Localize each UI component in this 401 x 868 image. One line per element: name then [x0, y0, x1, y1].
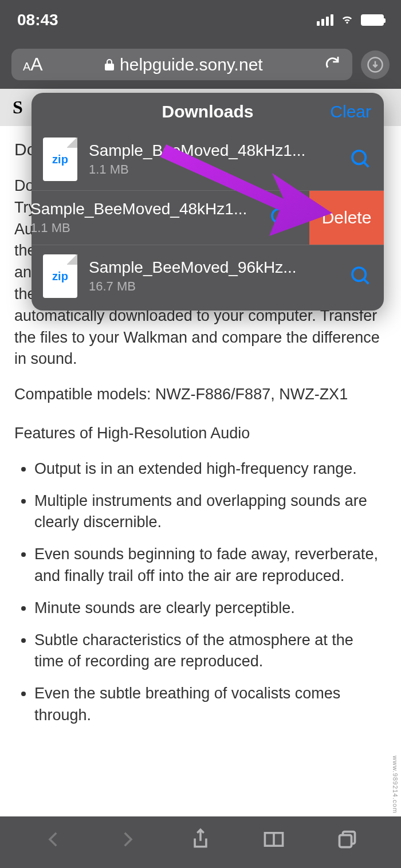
compatible-models: Compatible models: NWZ-F886/F887, NWZ-ZX… — [14, 384, 387, 406]
browser-toolbar — [0, 816, 401, 868]
wifi-icon — [339, 10, 355, 30]
status-icons — [317, 10, 384, 30]
reveal-in-files-button[interactable] — [269, 206, 292, 229]
lock-icon — [104, 58, 115, 72]
download-filesize: 1.1 MB — [89, 162, 338, 177]
list-item: Even sounds beginning to fade away, reve… — [34, 544, 387, 587]
downloads-button[interactable] — [361, 50, 390, 79]
zip-file-icon: zip — [43, 254, 77, 298]
forward-button[interactable] — [115, 827, 140, 852]
list-item: Subtle characteristics of the atmosphere… — [34, 630, 387, 673]
download-row[interactable]: zip Sample_BeeMoved_96kHz... 16.7 MB — [32, 245, 384, 311]
reveal-in-files-button[interactable] — [349, 148, 372, 171]
browser-nav-bar: AA helpguide.sony.net — [0, 40, 401, 89]
back-button[interactable] — [41, 827, 66, 852]
clear-button[interactable]: Clear — [330, 102, 371, 121]
features-heading: Features of High-Resolution Audio — [14, 423, 387, 445]
popover-header: Downloads Clear — [32, 93, 384, 128]
reader-mode-button[interactable]: AA — [23, 54, 43, 75]
downloads-list: zip Sample_BeeMoved_48kHz1... 1.1 MB Sam… — [32, 128, 384, 311]
download-filename: Sample_BeeMoved_96kHz... — [89, 258, 338, 277]
status-bar: 08:43 — [0, 0, 401, 40]
download-row[interactable]: Sample_BeeMoved_48kHz1... 1.1 MB Delete — [32, 191, 384, 245]
download-filesize: 1.1 MB — [32, 221, 258, 235]
list-item: Even the subtle breathing of vocalists c… — [34, 683, 387, 726]
download-row[interactable]: zip Sample_BeeMoved_48kHz1... 1.1 MB — [32, 128, 384, 191]
reveal-in-files-button[interactable] — [349, 265, 372, 288]
features-list: Output is in an extended high-frequency … — [14, 458, 387, 726]
download-filename: Sample_BeeMoved_48kHz1... — [89, 142, 338, 160]
delete-button[interactable]: Delete — [309, 191, 384, 245]
list-item: Minute sounds are clearly perceptible. — [34, 598, 387, 619]
cellular-signal-icon — [317, 14, 333, 26]
downloads-popover: Downloads Clear zip Sample_BeeMoved_48kH… — [32, 93, 384, 311]
reload-button[interactable] — [324, 54, 341, 75]
svg-point-2 — [272, 209, 285, 222]
popover-title: Downloads — [162, 102, 253, 121]
url-text[interactable]: helpguide.sony.net — [49, 55, 318, 74]
tabs-button[interactable] — [335, 827, 360, 852]
svg-point-1 — [352, 151, 365, 164]
bookmarks-button[interactable] — [261, 827, 286, 852]
download-filesize: 16.7 MB — [89, 279, 338, 294]
svg-rect-4 — [340, 835, 352, 847]
share-button[interactable] — [188, 827, 213, 852]
url-bar[interactable]: AA helpguide.sony.net — [11, 49, 352, 80]
svg-point-3 — [352, 268, 365, 281]
watermark: www.989214.com — [392, 756, 399, 814]
battery-icon — [361, 14, 384, 26]
zip-file-icon: zip — [43, 138, 77, 181]
status-time: 08:43 — [17, 11, 58, 29]
list-item: Output is in an extended high-frequency … — [34, 458, 387, 480]
download-filename: Sample_BeeMoved_48kHz1... — [32, 200, 258, 218]
list-item: Multiple instruments and overlapping sou… — [34, 490, 387, 534]
